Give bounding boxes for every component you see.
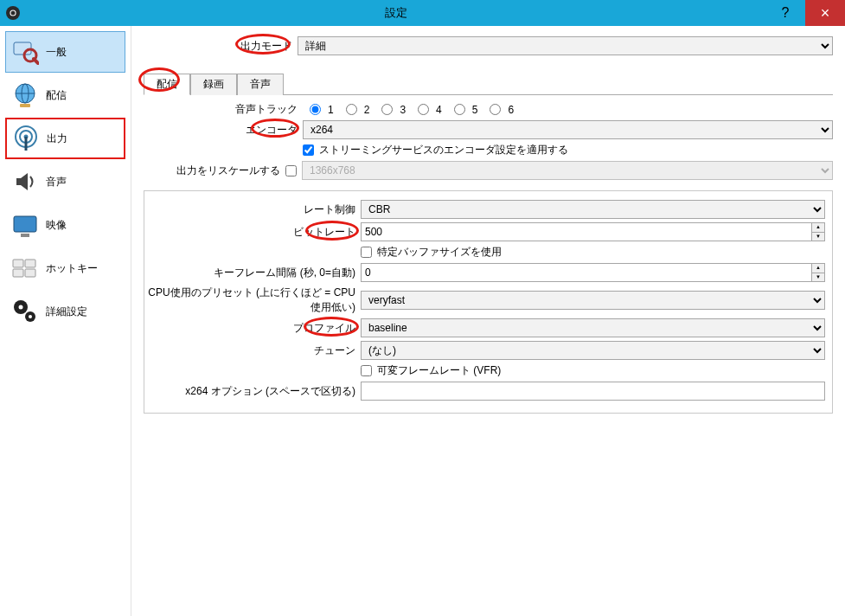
audio-track-6[interactable]: [490, 104, 501, 115]
profile-select[interactable]: baseline: [361, 318, 825, 337]
svg-rect-19: [25, 269, 35, 277]
sidebar-item-label: ホットキー: [46, 261, 98, 276]
vfr-checkbox[interactable]: [361, 365, 372, 376]
bitrate-label: ビットレート: [293, 226, 355, 238]
audio-icon: [11, 168, 39, 196]
svg-point-2: [11, 11, 16, 16]
stream-icon: [11, 81, 39, 109]
audio-track-1[interactable]: [310, 104, 321, 115]
sidebar-item-audio[interactable]: 音声: [5, 161, 125, 202]
close-button[interactable]: ×: [805, 0, 845, 26]
advanced-icon: [11, 298, 39, 325]
sidebar-item-hotkeys[interactable]: ホットキー: [5, 247, 125, 289]
encoder-select[interactable]: x264: [303, 120, 833, 139]
rescale-select[interactable]: 1366x768: [302, 161, 833, 180]
tab-record[interactable]: 録画: [190, 74, 237, 95]
rescale-label: 出力をリスケールする: [144, 164, 285, 178]
audio-track-radios: 1 2 3 4 5 6: [303, 104, 833, 116]
spin-buttons[interactable]: ▲▼: [811, 263, 825, 282]
output-mode-select[interactable]: 詳細: [298, 36, 833, 55]
preset-label: CPU使用のプリセット (上に行くほど = CPU使用低い): [144, 286, 361, 315]
enforce-checkbox[interactable]: [303, 144, 314, 156]
sidebar-item-advanced[interactable]: 詳細設定: [5, 291, 125, 332]
svg-rect-9: [20, 104, 30, 107]
rate-control-label: レート制御: [144, 202, 361, 217]
sidebar-item-label: 音声: [46, 175, 67, 189]
video-icon: [11, 211, 39, 239]
hotkeys-icon: [11, 254, 39, 282]
help-button[interactable]: ?: [765, 0, 805, 26]
enforce-label: ストリーミングサービスのエンコーダ設定を適用する: [319, 143, 568, 157]
sidebar-item-label: 一般: [46, 45, 67, 60]
general-icon: [11, 38, 39, 66]
audio-track-5[interactable]: [454, 104, 465, 115]
tab-audio[interactable]: 音声: [237, 74, 284, 95]
audio-track-label: 音声トラック: [144, 102, 303, 117]
preset-select[interactable]: veryfast: [361, 291, 825, 310]
svg-point-22: [19, 305, 23, 310]
sidebar-item-stream[interactable]: 配信: [5, 74, 125, 116]
keyframe-input[interactable]: [361, 263, 811, 282]
window-title: 設定: [26, 5, 765, 21]
bitrate-spinbox[interactable]: ▲▼: [361, 222, 825, 241]
content-area: 出力モード 詳細 配信 録画 音声 音声トラック 1 2 3 4 5 6: [131, 26, 845, 616]
audio-track-3[interactable]: [381, 104, 393, 115]
sidebar-item-output[interactable]: 出力: [5, 118, 125, 159]
bitrate-input[interactable]: [361, 222, 811, 241]
tune-select[interactable]: (なし): [361, 341, 825, 360]
keyframe-label: キーフレーム間隔 (秒, 0=自動): [144, 266, 361, 280]
keyframe-spinbox[interactable]: ▲▼: [361, 263, 825, 282]
audio-track-4[interactable]: [418, 104, 429, 115]
svg-rect-17: [25, 260, 35, 267]
sidebar-item-label: 出力: [47, 132, 67, 146]
vfr-label: 可変フレームレート (VFR): [377, 363, 501, 378]
output-mode-label: 出力モード: [240, 40, 292, 52]
svg-rect-16: [13, 260, 23, 267]
svg-rect-14: [14, 216, 36, 232]
x264opts-input[interactable]: [361, 382, 825, 401]
sidebar: 一般 配信 出力 音声 映像 ホットキー 詳細設定: [0, 26, 131, 616]
svg-line-5: [34, 59, 38, 63]
output-icon: [12, 125, 40, 152]
encoder-label: エンコーダ: [246, 124, 298, 136]
sidebar-item-video[interactable]: 映像: [5, 204, 125, 246]
rescale-checkbox[interactable]: [285, 165, 297, 176]
sidebar-item-label: 映像: [46, 218, 67, 233]
x264opts-label: x264 オプション (スペースで区切る): [144, 384, 361, 399]
tabs: 配信 録画 音声: [144, 73, 833, 95]
svg-rect-18: [13, 269, 23, 277]
spin-buttons[interactable]: ▲▼: [811, 222, 825, 241]
svg-rect-15: [21, 234, 29, 237]
profile-label: プロファイル: [293, 322, 355, 334]
title-bar: 設定 ? ×: [0, 0, 845, 26]
sidebar-item-label: 詳細設定: [46, 305, 87, 319]
sidebar-item-label: 配信: [46, 88, 67, 103]
tab-stream[interactable]: 配信: [144, 74, 190, 95]
app-icon: [0, 0, 26, 26]
svg-point-23: [29, 315, 32, 318]
tune-label: チューン: [144, 343, 361, 358]
encoder-settings-box: レート制御 CBR ビットレート ▲▼: [144, 190, 833, 414]
audio-track-2[interactable]: [346, 104, 357, 115]
buffer-checkbox[interactable]: [361, 247, 372, 258]
rate-control-select[interactable]: CBR: [361, 200, 825, 219]
buffer-label: 特定バッファサイズを使用: [377, 245, 502, 260]
sidebar-item-general[interactable]: 一般: [5, 31, 125, 73]
